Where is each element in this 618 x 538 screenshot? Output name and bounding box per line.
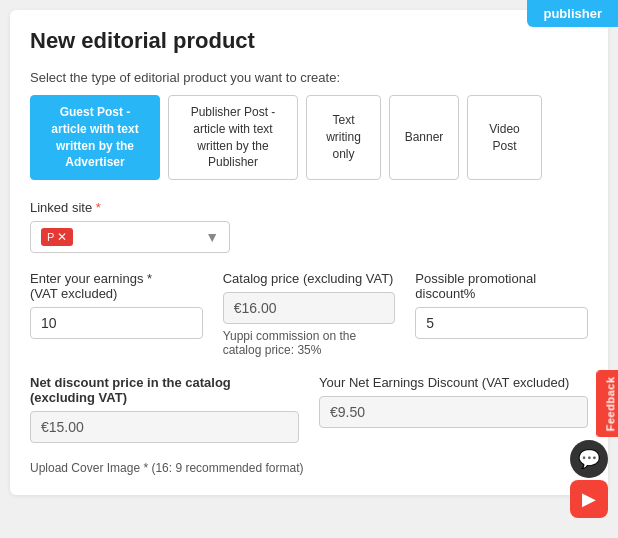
linked-site-value: P ✕	[41, 228, 205, 246]
product-type-section-label: Select the type of editorial product you…	[30, 70, 588, 85]
linked-site-wrapper: Linked site * P ✕ ▼	[30, 200, 588, 253]
earnings-catalog-row: Enter your earnings * (VAT excluded) Cat…	[30, 271, 588, 357]
product-type-guest-post[interactable]: Guest Post - article with text written b…	[30, 95, 160, 180]
net-prices-row: Net discount price in the catalog (exclu…	[30, 375, 588, 443]
product-type-row: Guest Post - article with text written b…	[30, 95, 588, 180]
product-type-video-post[interactable]: Video Post	[467, 95, 542, 180]
upload-cover-label: Upload Cover Image * (16: 9 recommended …	[30, 461, 588, 475]
page-title: New editorial product	[30, 28, 588, 54]
promotional-discount-label: Possible promotional discount%	[415, 271, 588, 301]
dropdown-arrow-icon: ▼	[205, 229, 219, 245]
net-discount-input	[30, 411, 299, 443]
earnings-label: Enter your earnings * (VAT excluded)	[30, 271, 203, 301]
linked-site-dropdown[interactable]: P ✕ ▼	[30, 221, 230, 253]
youtube-icon[interactable]: ▶	[570, 480, 608, 518]
product-type-publisher-post[interactable]: Publisher Post - article with text writt…	[168, 95, 298, 180]
catalog-price-input	[223, 292, 396, 324]
product-type-banner[interactable]: Banner	[389, 95, 459, 180]
main-container: New editorial product Select the type of…	[10, 10, 608, 495]
net-discount-field: Net discount price in the catalog (exclu…	[30, 375, 299, 443]
catalog-commission-label: Yuppi commission on the catalog price: 3…	[223, 329, 396, 357]
product-type-text-writing[interactable]: Text writing only	[306, 95, 381, 180]
earnings-input[interactable]	[30, 307, 203, 339]
site-tag-remove-icon[interactable]: ✕	[57, 230, 67, 244]
promotional-discount-input[interactable]	[415, 307, 588, 339]
catalog-price-label: Catalog price (excluding VAT)	[223, 271, 396, 286]
site-tag: P ✕	[41, 228, 73, 246]
earnings-field: Enter your earnings * (VAT excluded)	[30, 271, 203, 357]
site-tag-text: P	[47, 231, 54, 243]
net-earnings-discount-input	[319, 396, 588, 428]
net-earnings-discount-field: Your Net Earnings Discount (VAT excluded…	[319, 375, 588, 443]
publisher-badge: publisher	[527, 0, 618, 27]
net-earnings-discount-label: Your Net Earnings Discount (VAT excluded…	[319, 375, 588, 390]
net-discount-label: Net discount price in the catalog (exclu…	[30, 375, 299, 405]
linked-site-label: Linked site *	[30, 200, 588, 215]
catalog-price-field: Catalog price (excluding VAT) Yuppi comm…	[223, 271, 396, 357]
feedback-button[interactable]: Feedback	[597, 371, 618, 438]
promotional-discount-field: Possible promotional discount%	[415, 271, 588, 357]
chat-icon[interactable]: 💬	[570, 440, 608, 478]
